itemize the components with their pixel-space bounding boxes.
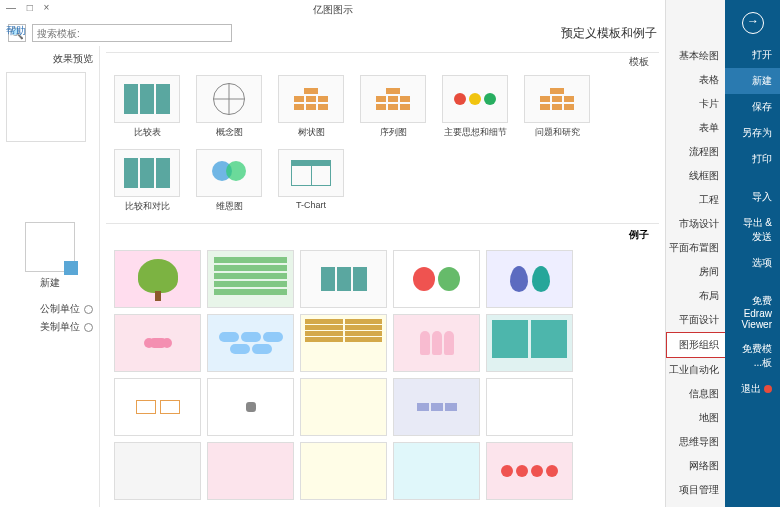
category-item[interactable]: 信息图	[666, 382, 725, 406]
category-item[interactable]: 思维导图	[666, 430, 725, 454]
template-item[interactable]: 序列图	[360, 75, 426, 139]
category-item[interactable]: 房间	[666, 260, 725, 284]
example-item[interactable]	[114, 442, 201, 500]
window-title: 亿图图示	[313, 4, 353, 15]
template-gallery: 模板 比较表概念图树状图序列图主要思想和细节问题和研究比较和对比维恩图T-Cha…	[100, 46, 665, 507]
maximize-button[interactable]: □	[27, 2, 33, 13]
template-item[interactable]: T-Chart	[278, 149, 344, 213]
example-item[interactable]	[300, 378, 387, 436]
sidemenu-export[interactable]: 导出 & 发送	[725, 210, 780, 250]
category-item[interactable]: 科学	[666, 502, 725, 507]
sidemenu-free-tpl[interactable]: 免费模板...	[725, 336, 780, 376]
example-item[interactable]	[114, 250, 201, 308]
search-input[interactable]	[32, 24, 232, 42]
template-label: 比较和对比	[114, 200, 180, 213]
example-item[interactable]	[207, 250, 294, 308]
sidemenu-import[interactable]: 导入	[725, 184, 780, 210]
category-item[interactable]: 网络图	[666, 454, 725, 478]
sidemenu-exit[interactable]: 退出	[725, 376, 780, 402]
template-item[interactable]: 主要思想和细节	[442, 75, 508, 139]
template-item[interactable]: 问题和研究	[524, 75, 590, 139]
category-item[interactable]: 表单	[666, 116, 725, 140]
category-item[interactable]: 平面设计	[666, 308, 725, 332]
example-item[interactable]	[486, 314, 573, 372]
sidemenu-viewer[interactable]: 免费 Edraw Viewer	[725, 288, 780, 336]
template-label: T-Chart	[278, 200, 344, 210]
example-item[interactable]	[207, 442, 294, 500]
category-item[interactable]: 地图	[666, 406, 725, 430]
category-item[interactable]: 线框图	[666, 164, 725, 188]
sidemenu-new[interactable]: 新建	[725, 68, 780, 94]
example-item[interactable]	[393, 250, 480, 308]
example-item[interactable]	[486, 442, 573, 500]
sidemenu-saveas[interactable]: 另存为	[725, 120, 780, 146]
template-label: 比较表	[114, 126, 180, 139]
example-item[interactable]	[393, 442, 480, 500]
template-label: 问题和研究	[524, 126, 590, 139]
category-item[interactable]: 市场设计	[666, 212, 725, 236]
template-item[interactable]: 维恩图	[196, 149, 262, 213]
unit-metric-radio[interactable]: 公制单位	[6, 302, 93, 316]
close-button[interactable]: ×	[44, 2, 50, 13]
preview-box	[6, 72, 86, 142]
example-item[interactable]	[114, 378, 201, 436]
template-label: 主要思想和细节	[442, 126, 508, 139]
category-item[interactable]: 工程	[666, 188, 725, 212]
file-menu-sidebar: 打开新建保存另存为打印导入导出 & 发送选项免费 Edraw Viewer免费模…	[725, 0, 780, 507]
category-item[interactable]: 流程图	[666, 140, 725, 164]
template-item[interactable]: 概念图	[196, 75, 262, 139]
example-item[interactable]	[300, 314, 387, 372]
template-item[interactable]: 比较和对比	[114, 149, 180, 213]
example-item[interactable]	[207, 378, 294, 436]
sidemenu-print[interactable]: 打印	[725, 146, 780, 172]
main-area: — □ × 亿图图示 帮助 🔍 预定义模板和例子 效果预览 新建 公制单位 美制…	[0, 0, 665, 507]
category-item[interactable]: 图形组织	[666, 332, 725, 358]
category-item[interactable]: 项目管理	[666, 478, 725, 502]
category-item[interactable]: 卡片	[666, 92, 725, 116]
template-label: 概念图	[196, 126, 262, 139]
category-sidebar: 基本绘图表格卡片表单流程图线框图工程市场设计平面布置图房间布局平面设计图形组织工…	[665, 0, 725, 507]
minimize-button[interactable]: —	[6, 2, 16, 13]
template-label: 树状图	[278, 126, 344, 139]
examples-section-label: 例子	[106, 223, 659, 246]
page-heading: 预定义模板和例子	[561, 25, 657, 42]
back-arrow-icon[interactable]	[742, 12, 764, 34]
category-item[interactable]: 表格	[666, 68, 725, 92]
new-label: 新建	[6, 276, 93, 290]
example-item[interactable]	[300, 250, 387, 308]
sidemenu-open[interactable]: 打开	[725, 42, 780, 68]
template-item[interactable]: 比较表	[114, 75, 180, 139]
example-item[interactable]	[393, 378, 480, 436]
template-label: 序列图	[360, 126, 426, 139]
help-link[interactable]: 帮助	[6, 24, 26, 38]
category-item[interactable]: 平面布置图	[666, 236, 725, 260]
templates-section-label: 模板	[106, 52, 659, 71]
template-item[interactable]: 树状图	[278, 75, 344, 139]
example-item[interactable]	[393, 314, 480, 372]
category-item[interactable]: 工业自动化	[666, 358, 725, 382]
sidemenu-options[interactable]: 选项	[725, 250, 780, 276]
template-label: 维恩图	[196, 200, 262, 213]
titlebar: — □ × 亿图图示	[0, 0, 665, 20]
example-item[interactable]	[207, 314, 294, 372]
unit-us-radio[interactable]: 美制单位	[6, 320, 93, 334]
example-item[interactable]	[486, 378, 573, 436]
preview-pane: 效果预览 新建 公制单位 美制单位	[0, 46, 100, 507]
example-item[interactable]	[114, 314, 201, 372]
new-blank-button[interactable]	[25, 222, 75, 272]
preview-label: 效果预览	[6, 52, 93, 66]
category-item[interactable]: 布局	[666, 284, 725, 308]
example-item[interactable]	[486, 250, 573, 308]
example-item[interactable]	[300, 442, 387, 500]
category-item[interactable]: 基本绘图	[666, 44, 725, 68]
sidemenu-save[interactable]: 保存	[725, 94, 780, 120]
